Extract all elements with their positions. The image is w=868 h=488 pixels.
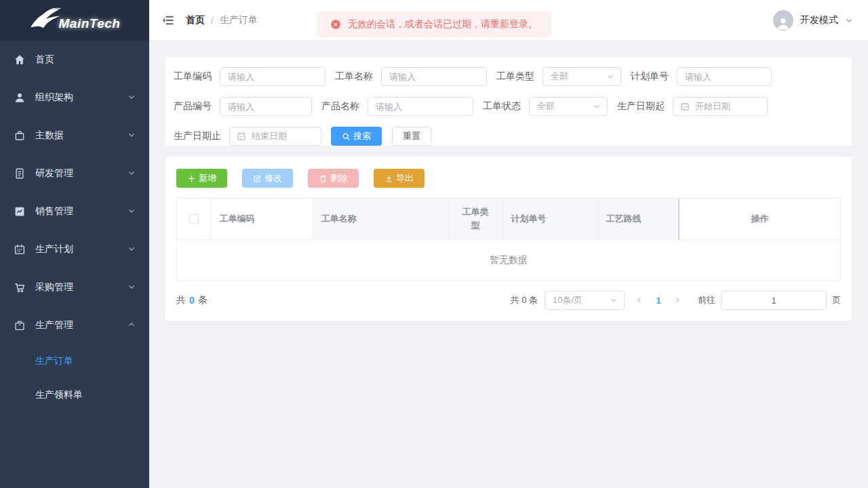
sidebar-item-master-data[interactable]: 主数据 bbox=[0, 117, 149, 155]
submenu-item-label: 生产订单 bbox=[35, 355, 73, 367]
sidebar-item-production-mgmt[interactable]: 生产管理 bbox=[0, 306, 149, 344]
home-icon bbox=[14, 54, 26, 66]
sidebar-item-label: 生产管理 bbox=[35, 319, 73, 331]
goto-label: 前往 bbox=[698, 294, 715, 306]
field-label: 工单名称 bbox=[335, 70, 373, 83]
field-label: 产品名称 bbox=[321, 100, 359, 113]
form-item-product-code: 产品编号 bbox=[174, 97, 312, 116]
select-all-checkbox[interactable] bbox=[189, 214, 199, 224]
sidebar-item-label: 首页 bbox=[35, 54, 54, 66]
field-label: 计划单号 bbox=[631, 70, 669, 83]
search-row-1: 工单编码 工单名称 工单类型 全部 计 bbox=[174, 67, 844, 86]
form-item-product-name: 产品名称 bbox=[321, 97, 473, 116]
column-header-order-type: 工单类型 bbox=[448, 199, 502, 239]
sidebar-subitem-production-order[interactable]: 生产订单 bbox=[0, 344, 149, 378]
sidebar-item-organization[interactable]: 组织架构 bbox=[0, 79, 149, 117]
chevron-down-icon bbox=[127, 206, 136, 217]
table-header-row: 工单编码 工单名称 工单类型 计划单号 工艺路线 操作 bbox=[177, 199, 840, 239]
goto-page-input[interactable] bbox=[721, 291, 827, 310]
sidebar-item-label: 主数据 bbox=[35, 129, 64, 142]
page-content: 工单编码 工单名称 工单类型 全部 计 bbox=[149, 41, 868, 337]
export-button[interactable]: 导出 bbox=[374, 169, 425, 188]
breadcrumb: 首页 / 生产订单 bbox=[186, 14, 258, 26]
form-item-order-code: 工单编码 bbox=[174, 67, 326, 86]
pager-total: 共 0 条 bbox=[511, 294, 538, 306]
app-logo: MainTech bbox=[0, 0, 149, 41]
calendar-icon bbox=[237, 131, 246, 141]
sidebar-item-label: 采购管理 bbox=[35, 281, 73, 293]
form-item-end-date: 生产日期止 结束日期 bbox=[174, 127, 321, 146]
breadcrumb-home[interactable]: 首页 bbox=[186, 14, 205, 26]
total-count-value: 0 bbox=[189, 295, 195, 306]
chevron-down-icon bbox=[593, 102, 601, 110]
prev-page-button[interactable] bbox=[630, 291, 649, 310]
chevron-down-icon bbox=[127, 282, 136, 293]
download-icon bbox=[384, 174, 393, 183]
search-button[interactable]: 搜索 bbox=[331, 127, 382, 146]
search-row-2: 产品编号 产品名称 工单状态 全部 生 bbox=[174, 97, 844, 116]
product-name-input[interactable] bbox=[368, 97, 473, 116]
column-header-order-code: 工单编码 bbox=[211, 199, 313, 239]
sidebar-item-production-plan[interactable]: 生产计划 bbox=[0, 230, 149, 268]
edit-icon bbox=[253, 174, 262, 183]
sidebar-item-home[interactable]: 首页 bbox=[0, 41, 149, 79]
chevron-left-icon bbox=[635, 296, 644, 304]
search-icon bbox=[342, 132, 351, 141]
calendar-icon bbox=[14, 243, 26, 256]
user-icon bbox=[14, 92, 26, 104]
product-code-input[interactable] bbox=[220, 97, 312, 116]
next-page-button[interactable] bbox=[668, 291, 687, 310]
select-value: 全部 bbox=[551, 70, 568, 83]
form-item-order-name: 工单名称 bbox=[335, 67, 487, 86]
sidebar-fold-icon[interactable] bbox=[161, 14, 175, 27]
field-label: 工单状态 bbox=[483, 100, 521, 113]
chevron-down-icon bbox=[845, 16, 853, 24]
order-code-input[interactable] bbox=[220, 67, 326, 86]
delete-button[interactable]: 删除 bbox=[308, 169, 359, 188]
date-placeholder: 结束日期 bbox=[252, 130, 287, 142]
pagination: 共 0 条 10条/页 1 前往 bbox=[511, 291, 841, 310]
select-all-cell bbox=[177, 199, 211, 239]
error-circle-icon bbox=[330, 19, 341, 30]
column-header-plan-number: 计划单号 bbox=[502, 199, 597, 239]
chevron-down-icon bbox=[127, 244, 136, 255]
logo-text: MainTech bbox=[59, 16, 121, 31]
order-status-select[interactable]: 全部 bbox=[529, 97, 608, 116]
column-header-process-route: 工艺路线 bbox=[597, 199, 679, 239]
chevron-up-icon bbox=[127, 320, 136, 331]
breadcrumb-current: 生产订单 bbox=[220, 14, 258, 26]
order-type-select[interactable]: 全部 bbox=[542, 67, 621, 86]
chevron-right-icon bbox=[673, 296, 682, 304]
column-header-order-name: 工单名称 bbox=[313, 199, 448, 239]
package-icon bbox=[14, 319, 26, 331]
add-button[interactable]: 新增 bbox=[176, 169, 227, 188]
start-date-picker[interactable]: 开始日期 bbox=[673, 97, 768, 116]
sidebar-item-label: 组织架构 bbox=[35, 92, 73, 104]
submenu-item-label: 生产领料单 bbox=[35, 389, 83, 401]
select-value: 全部 bbox=[537, 100, 555, 113]
page-number-1[interactable]: 1 bbox=[649, 296, 668, 306]
sidebar-item-rnd[interactable]: 研发管理 bbox=[0, 155, 149, 192]
reset-button[interactable]: 重置 bbox=[392, 127, 431, 146]
empty-text: 暂无数据 bbox=[177, 239, 840, 281]
sidebar: MainTech 首页 组织架构 主数据 bbox=[0, 0, 149, 488]
order-name-input[interactable] bbox=[381, 67, 487, 86]
empty-row: 暂无数据 bbox=[177, 239, 840, 281]
page-size-select[interactable]: 10条/页 bbox=[545, 291, 625, 310]
chart-icon bbox=[14, 205, 26, 218]
user-menu[interactable]: 开发模式 bbox=[773, 10, 853, 30]
sidebar-item-sales[interactable]: 销售管理 bbox=[0, 192, 149, 230]
form-item-plan-number: 计划单号 bbox=[631, 67, 772, 86]
cart-icon bbox=[14, 281, 26, 293]
chevron-down-icon bbox=[127, 92, 136, 103]
field-label: 工单编码 bbox=[174, 70, 212, 83]
end-date-picker[interactable]: 结束日期 bbox=[229, 127, 321, 146]
form-item-order-status: 工单状态 全部 bbox=[483, 97, 608, 116]
user-mode-label: 开发模式 bbox=[800, 14, 838, 26]
plan-number-input[interactable] bbox=[677, 67, 772, 86]
sidebar-subitem-material-requisition[interactable]: 生产领料单 bbox=[0, 378, 149, 412]
sidebar-item-purchasing[interactable]: 采购管理 bbox=[0, 268, 149, 306]
data-table: 工单编码 工单名称 工单类型 计划单号 工艺路线 操作 暂无数据 bbox=[176, 198, 841, 281]
page-unit-label: 页 bbox=[832, 294, 841, 306]
edit-button[interactable]: 修改 bbox=[242, 169, 293, 188]
